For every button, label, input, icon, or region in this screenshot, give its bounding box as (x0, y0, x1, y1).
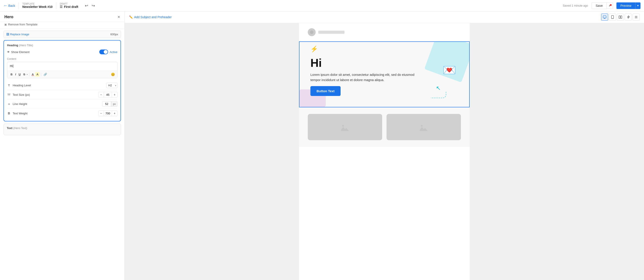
main-layout: Hero × ▣ Remove from Template 🖼 Replace … (0, 11, 644, 280)
link-button[interactable]: 🔗 (42, 72, 48, 77)
preview-group: Preview ▾ (616, 3, 640, 9)
text-weight-decrement[interactable]: − (98, 111, 104, 116)
text-weight-value[interactable] (104, 111, 112, 116)
heading-level-select[interactable]: H2H1H3 (106, 83, 118, 88)
show-element-label: Show Element (11, 50, 30, 54)
preview-caret-button[interactable]: ▾ (635, 3, 640, 9)
image-placeholder-2 (386, 114, 461, 140)
show-element-row: 👁 Show Element Active (7, 50, 118, 54)
heading-card-sublabel: (Hero Title) (19, 44, 33, 47)
panel-close-button[interactable]: × (118, 15, 120, 20)
draft-info: DRAFT ☰ First draft (60, 3, 78, 9)
tablet-view-button[interactable] (609, 14, 616, 21)
canvas-view-icons (601, 14, 640, 21)
active-label: Active (110, 50, 118, 54)
heading-level-row: T Heading Level H2H1H3 ▾ (7, 81, 118, 90)
heading-level-icon: T (7, 84, 11, 87)
highlight-button[interactable]: A (35, 72, 40, 77)
svg-rect-4 (620, 16, 622, 18)
template-title: Newsletter Week #10 (22, 5, 52, 9)
bold-button[interactable]: B (10, 72, 14, 77)
topbar: ← Back TEMPLATE Newsletter Week #10 DRAF… (0, 0, 644, 11)
text-size-value[interactable] (104, 92, 112, 97)
italic-button[interactable]: I (14, 72, 17, 77)
replace-image-link[interactable]: 🖼 Replace Image (6, 33, 29, 36)
image-size-label: 600px (110, 33, 118, 36)
px-badge: px (111, 102, 117, 106)
template-label: TEMPLATE (22, 3, 52, 5)
text-editor-area: Hi B I U S ▾ A A 🔗 😊 (7, 62, 118, 78)
save-group: Save ✓ (592, 3, 613, 9)
eye-icon: 👁 (7, 50, 10, 54)
replace-image-label: Replace Image (10, 33, 29, 36)
canvas-area: ✏️ Add Subject and Preheader (125, 11, 644, 280)
editor-toolbar: B I U S ▾ A A 🔗 😊 (7, 71, 117, 78)
split-view-button[interactable] (617, 14, 624, 21)
add-subject-label: Add Subject and Preheader (134, 15, 172, 19)
hero-section: ⚡ Hi Lorem ipsum dolor sit amet, consect… (299, 41, 470, 107)
svg-point-2 (612, 18, 613, 18)
show-element-toggle[interactable] (99, 50, 108, 54)
divider-2 (56, 3, 56, 9)
svg-rect-3 (619, 16, 620, 18)
line-height-row: ≡ Line Height px (7, 99, 118, 109)
panel-header: Hero × (0, 11, 124, 22)
toolbar-separator-1 (29, 73, 29, 76)
text-size-increment[interactable]: + (112, 92, 117, 97)
back-button[interactable]: ← Back (4, 3, 15, 8)
editor-dropdown-icon: ▾ (27, 73, 28, 76)
replace-image-icon: 🖼 (6, 33, 9, 36)
text-content-input[interactable]: Hi (7, 62, 117, 71)
show-element-left: 👁 Show Element (7, 50, 30, 54)
hero-bolt-icon: ⚡ (310, 45, 318, 53)
svg-point-6 (342, 125, 344, 127)
content-text: Hi (10, 64, 13, 68)
save-button[interactable]: Save (592, 3, 607, 9)
text-weight-row: B Text Weight − + (7, 109, 118, 118)
content-section-label: Content (7, 57, 118, 60)
hero-body-text: Lorem ipsum dolor sit amet, consectetur … (310, 72, 416, 83)
line-height-stepper: px (102, 101, 118, 107)
draft-label: DRAFT (60, 3, 78, 5)
canvas-scroll: ⚡ Hi Lorem ipsum dolor sit amet, consect… (125, 23, 644, 280)
line-height-icon: ≡ (7, 102, 11, 106)
panel-content: 🖼 Replace Image 600px Heading (Hero Titl… (0, 29, 124, 280)
line-height-value[interactable] (102, 101, 111, 106)
strikethrough-button[interactable]: S (22, 72, 26, 77)
text-card-label: Text (Hero Text) (7, 126, 118, 130)
heading-level-select-wrapper: H2H1H3 ▾ (106, 83, 118, 88)
template-info: TEMPLATE Newsletter Week #10 (22, 3, 52, 9)
text-weight-left: B Text Weight (7, 111, 28, 115)
emoji-button[interactable]: 😊 (111, 73, 115, 76)
heading-level-label: Heading Level (13, 84, 31, 87)
lightning-button[interactable] (625, 14, 632, 21)
canvas-toolbar: ✏️ Add Subject and Preheader (125, 11, 644, 23)
text-weight-increment[interactable]: + (112, 111, 117, 116)
svg-point-7 (421, 125, 422, 127)
text-weight-right: − + (98, 110, 118, 116)
envelope-icon: 💌 (442, 64, 456, 76)
redo-button[interactable]: ↪ (90, 3, 96, 9)
desktop-view-button[interactable] (601, 14, 608, 21)
heading-level-right: H2H1H3 ▾ (106, 83, 118, 88)
add-subject-button[interactable]: ✏️ Add Subject and Preheader (129, 15, 172, 19)
hero-button[interactable]: Button Text (310, 86, 340, 96)
text-card: Text (Hero Text) (4, 123, 121, 135)
text-size-left: TT Text Size (px) (7, 93, 30, 96)
text-size-stepper: − + (98, 92, 118, 97)
notification-dot (610, 4, 612, 6)
back-arrow-icon: ← (4, 3, 8, 8)
text-cursor (13, 64, 14, 68)
svg-rect-0 (603, 16, 606, 18)
undo-button[interactable]: ↩ (84, 3, 90, 9)
email-header (299, 23, 470, 41)
image-row (299, 107, 470, 147)
preview-button[interactable]: Preview (616, 3, 635, 9)
underline-button[interactable]: U (18, 72, 22, 77)
remove-from-template-button[interactable]: ▣ Remove from Template (0, 22, 124, 29)
pencil-icon: ✏️ (129, 15, 133, 19)
list-view-button[interactable] (632, 14, 640, 21)
font-color-button[interactable]: A (30, 72, 35, 77)
text-size-decrement[interactable]: − (98, 92, 104, 97)
hero-heading: Hi (310, 57, 458, 69)
